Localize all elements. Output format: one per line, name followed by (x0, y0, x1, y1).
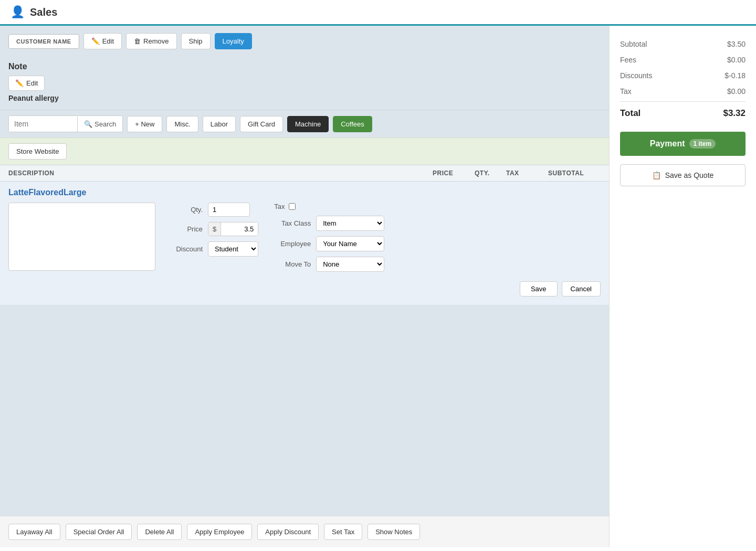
item-name: LatteFlavoredLarge (8, 182, 601, 203)
subtotal-value: $3.50 (727, 40, 746, 48)
table-header: DESCRIPTION PRICE QTY. TAX SUBTOTAL (0, 165, 609, 182)
save-button[interactable]: Save (520, 281, 558, 296)
search-button[interactable]: 🔍 Search (77, 116, 122, 132)
item-notes-textarea[interactable] (8, 203, 155, 271)
apply-discount-button[interactable]: Apply Discount (257, 524, 319, 540)
fields-main-row: Qty. Price $ (166, 203, 601, 272)
loyalty-button[interactable]: Loyalty (215, 33, 252, 49)
tax-class-select[interactable]: Item None Custom (316, 216, 384, 231)
discounts-label: Discounts (620, 71, 652, 80)
search-input[interactable] (9, 116, 77, 132)
qty-row: Qty. (166, 203, 258, 217)
remove-button[interactable]: 🗑 Remove (126, 33, 176, 49)
employee-select[interactable]: Your Name Other (316, 236, 384, 251)
tax-row: Tax (274, 203, 384, 210)
save-quote-label: Save as Quote (665, 171, 714, 179)
layaway-all-button[interactable]: Layaway All (8, 524, 60, 540)
item-fields: Qty. Price $ (166, 203, 601, 296)
special-order-all-button[interactable]: Special Order All (66, 524, 132, 540)
subtotal-label: Subtotal (620, 40, 647, 48)
save-cancel-row: Save Cancel (166, 281, 601, 296)
save-quote-icon: 📋 (652, 171, 661, 179)
item-detail-row: Qty. Price $ (8, 203, 601, 296)
delete-all-button[interactable]: Delete All (137, 524, 182, 540)
person-icon: 👤 (10, 5, 25, 19)
total-label: Total (620, 108, 640, 119)
price-input[interactable] (221, 222, 258, 236)
right-panel: Subtotal $3.50 Fees $0.00 Discounts $-0.… (609, 26, 756, 547)
show-notes-button[interactable]: Show Notes (368, 524, 420, 540)
tax-value: $0.00 (727, 87, 746, 96)
col-qty: QTY. (475, 169, 506, 177)
item-section: LatteFlavoredLarge Qty. Pri (0, 182, 609, 305)
payment-button[interactable]: Payment 1 item (620, 132, 746, 156)
labor-button[interactable]: Labor (203, 116, 236, 132)
set-tax-button[interactable]: Set Tax (324, 524, 362, 540)
col-description: DESCRIPTION (8, 169, 433, 177)
coffees-button[interactable]: Coffees (333, 116, 372, 132)
fees-row: Fees $0.00 (620, 52, 746, 68)
search-action-bar: 🔍 Search + New Misc. Labor Gift Card Mac… (0, 110, 609, 137)
move-to-row: Move To None Other (274, 257, 384, 272)
edit-button[interactable]: ✏️ Edit (83, 33, 122, 49)
ship-button[interactable]: Ship (181, 33, 211, 49)
left-panel: CUSTOMER NAME ✏️ Edit 🗑 Remove Ship Loya… (0, 26, 609, 547)
price-label: Price (166, 225, 203, 233)
tax-label: Tax (274, 203, 285, 210)
total-row: Total $3.32 (620, 101, 746, 122)
fees-value: $0.00 (727, 56, 746, 64)
app-title: Sales (30, 6, 57, 18)
price-dollar-symbol: $ (208, 222, 221, 236)
store-bar: Store Website (0, 137, 609, 165)
main-layout: CUSTOMER NAME ✏️ Edit 🗑 Remove Ship Loya… (0, 26, 756, 547)
employee-label: Employee (274, 240, 311, 248)
tax-class-label: Tax Class (274, 219, 311, 227)
discount-select[interactable]: Student None Employee (208, 241, 258, 257)
price-row: Price $ (166, 222, 258, 236)
app-header: 👤 Sales (0, 0, 756, 26)
payment-label: Payment (650, 139, 685, 149)
fees-label: Fees (620, 56, 636, 64)
employee-row: Employee Your Name Other (274, 236, 384, 251)
misc-button[interactable]: Misc. (166, 116, 198, 132)
note-section: Note ✏️ Edit Peanut allergy (0, 57, 609, 110)
price-group: $ (208, 222, 258, 236)
right-fields: Tax Tax Class Item None Custom (274, 203, 384, 272)
col-price: PRICE (433, 169, 475, 177)
discount-row: Discount Student None Employee (166, 241, 258, 257)
note-label: Note (8, 62, 601, 71)
bottom-action-bar: Layaway All Special Order All Delete All… (0, 516, 609, 547)
apply-employee-button[interactable]: Apply Employee (187, 524, 252, 540)
search-group: 🔍 Search (8, 115, 123, 132)
tax-checkbox[interactable] (289, 203, 296, 210)
customer-bar: CUSTOMER NAME ✏️ Edit 🗑 Remove Ship Loya… (0, 26, 609, 57)
cancel-button[interactable]: Cancel (562, 281, 601, 296)
save-quote-button[interactable]: 📋 Save as Quote (620, 164, 746, 186)
discount-label: Discount (166, 245, 203, 253)
new-button[interactable]: + New (127, 116, 162, 132)
qty-input[interactable] (208, 203, 250, 217)
col-subtotal: SUBTOTAL (548, 169, 601, 177)
tax-row: Tax $0.00 (620, 83, 746, 99)
note-edit-button[interactable]: ✏️ Edit (8, 76, 45, 91)
subtotal-row: Subtotal $3.50 (620, 36, 746, 52)
col-tax: TAX (506, 169, 548, 177)
discounts-row: Discounts $-0.18 (620, 68, 746, 83)
move-to-label: Move To (274, 260, 311, 268)
total-value: $3.32 (723, 108, 746, 119)
left-fields: Qty. Price $ (166, 203, 258, 272)
tax-label: Tax (620, 87, 632, 96)
gift-card-button[interactable]: Gift Card (240, 116, 283, 132)
move-to-select[interactable]: None Other (316, 257, 384, 272)
tax-class-row: Tax Class Item None Custom (274, 216, 384, 231)
store-website-button[interactable]: Store Website (8, 143, 67, 160)
discounts-value: $-0.18 (724, 71, 746, 80)
machine-button[interactable]: Machine (287, 116, 329, 132)
qty-label: Qty. (166, 206, 203, 214)
note-text: Peanut allergy (8, 94, 601, 102)
tax-group: Tax (274, 203, 296, 210)
customer-name-button[interactable]: CUSTOMER NAME (8, 34, 79, 49)
payment-badge: 1 item (689, 139, 716, 149)
